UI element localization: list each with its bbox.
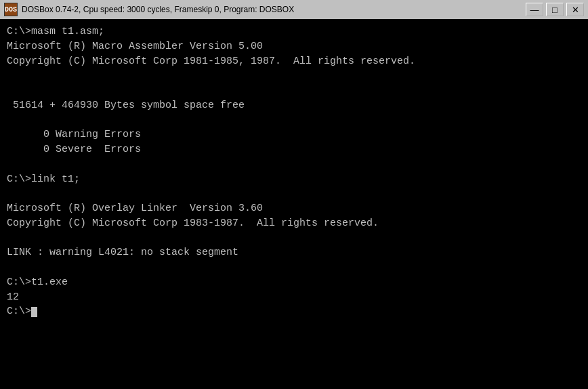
minimize-button[interactable]: — xyxy=(526,3,543,16)
maximize-button[interactable]: □ xyxy=(546,3,564,16)
window-title: DOSBox 0.74-2, Cpu speed: 3000 cycles, F… xyxy=(22,5,526,14)
titlebar: DOS DOSBox 0.74-2, Cpu speed: 3000 cycle… xyxy=(0,0,588,19)
app-icon: DOS xyxy=(4,3,18,16)
close-button[interactable]: ✕ xyxy=(566,3,584,16)
window-controls: — □ ✕ xyxy=(526,3,584,16)
terminal-screen: C:\>masm t1.asm; Microsoft (R) Macro Ass… xyxy=(0,19,588,389)
